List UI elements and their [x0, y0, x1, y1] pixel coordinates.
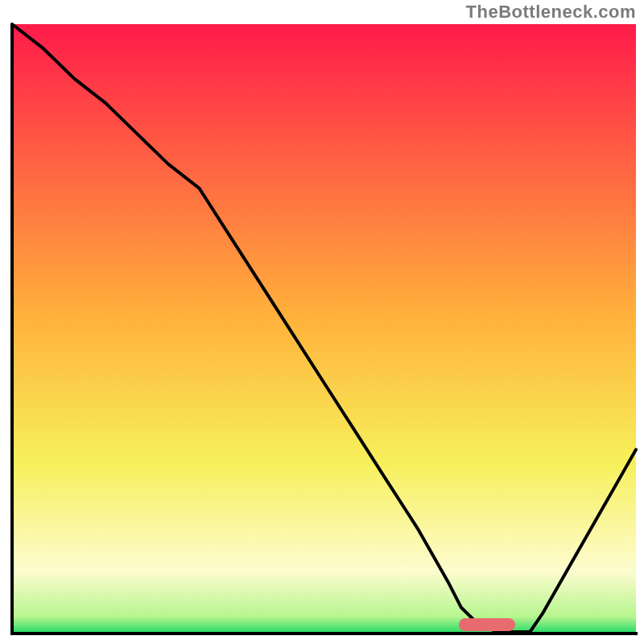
optimal-marker — [459, 618, 515, 631]
gradient-background — [12, 24, 636, 632]
attribution-watermark: TheBottleneck.com — [466, 2, 636, 23]
y-axis-line — [10, 24, 14, 635]
chart-container: TheBottleneck.com — [0, 0, 644, 644]
chart-canvas — [0, 0, 644, 644]
x-axis-line — [10, 632, 638, 635]
